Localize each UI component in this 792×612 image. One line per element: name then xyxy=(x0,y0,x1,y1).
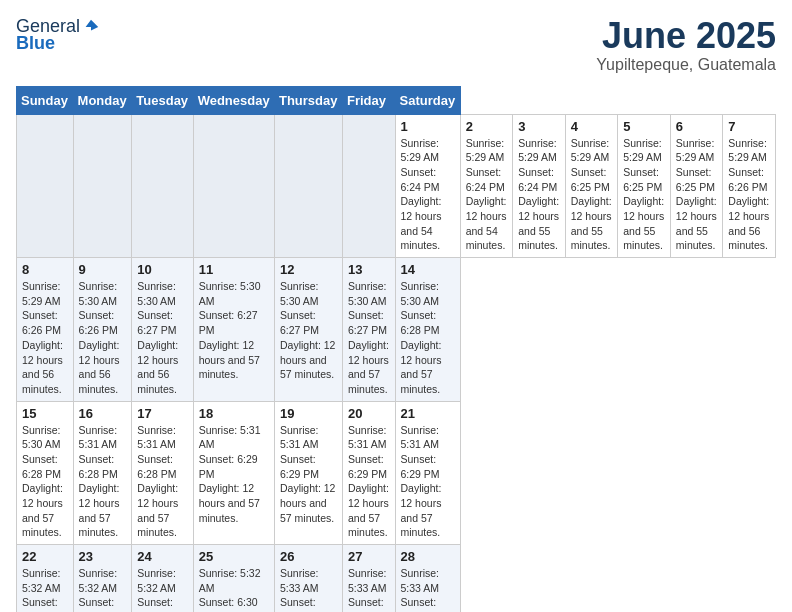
day-info: Sunrise: 5:30 AMSunset: 6:27 PMDaylight:… xyxy=(137,279,187,397)
day-info: Sunrise: 5:29 AMSunset: 6:25 PMDaylight:… xyxy=(623,136,665,254)
calendar-cell: 14Sunrise: 5:30 AMSunset: 6:28 PMDayligh… xyxy=(395,258,460,402)
calendar-cell xyxy=(342,114,395,258)
calendar-header-wednesday: Wednesday xyxy=(193,86,274,114)
day-info: Sunrise: 5:33 AMSunset: 6:31 PMDaylight:… xyxy=(348,566,390,612)
calendar-cell xyxy=(17,114,74,258)
calendar-header-row: SundayMondayTuesdayWednesdayThursdayFrid… xyxy=(17,86,776,114)
calendar-cell: 8Sunrise: 5:29 AMSunset: 6:26 PMDaylight… xyxy=(17,258,74,402)
calendar-header-sunday: Sunday xyxy=(17,86,74,114)
day-number: 7 xyxy=(728,119,770,134)
calendar-cell: 2Sunrise: 5:29 AMSunset: 6:24 PMDaylight… xyxy=(460,114,513,258)
day-info: Sunrise: 5:31 AMSunset: 6:29 PMDaylight:… xyxy=(280,423,337,526)
day-number: 13 xyxy=(348,262,390,277)
day-info: Sunrise: 5:33 AMSunset: 6:31 PMDaylight:… xyxy=(401,566,455,612)
day-info: Sunrise: 5:30 AMSunset: 6:26 PMDaylight:… xyxy=(79,279,127,397)
day-info: Sunrise: 5:31 AMSunset: 6:29 PMDaylight:… xyxy=(401,423,455,541)
calendar-header-monday: Monday xyxy=(73,86,132,114)
day-number: 2 xyxy=(466,119,508,134)
calendar-table: SundayMondayTuesdayWednesdayThursdayFrid… xyxy=(16,86,776,612)
calendar-cell xyxy=(132,114,193,258)
day-info: Sunrise: 5:29 AMSunset: 6:26 PMDaylight:… xyxy=(22,279,68,397)
day-info: Sunrise: 5:30 AMSunset: 6:28 PMDaylight:… xyxy=(401,279,455,397)
calendar-week-row: 22Sunrise: 5:32 AMSunset: 6:30 PMDayligh… xyxy=(17,545,776,612)
day-number: 9 xyxy=(79,262,127,277)
day-number: 17 xyxy=(137,406,187,421)
day-info: Sunrise: 5:30 AMSunset: 6:27 PMDaylight:… xyxy=(348,279,390,397)
day-number: 3 xyxy=(518,119,560,134)
day-number: 10 xyxy=(137,262,187,277)
calendar-cell: 9Sunrise: 5:30 AMSunset: 6:26 PMDaylight… xyxy=(73,258,132,402)
calendar-cell xyxy=(274,114,342,258)
day-info: Sunrise: 5:32 AMSunset: 6:30 PMDaylight:… xyxy=(137,566,187,612)
day-number: 22 xyxy=(22,549,68,564)
calendar-cell: 12Sunrise: 5:30 AMSunset: 6:27 PMDayligh… xyxy=(274,258,342,402)
calendar-cell: 23Sunrise: 5:32 AMSunset: 6:30 PMDayligh… xyxy=(73,545,132,612)
calendar-cell: 10Sunrise: 5:30 AMSunset: 6:27 PMDayligh… xyxy=(132,258,193,402)
calendar-cell: 13Sunrise: 5:30 AMSunset: 6:27 PMDayligh… xyxy=(342,258,395,402)
day-info: Sunrise: 5:32 AMSunset: 6:30 PMDaylight:… xyxy=(199,566,269,612)
calendar-cell: 24Sunrise: 5:32 AMSunset: 6:30 PMDayligh… xyxy=(132,545,193,612)
day-info: Sunrise: 5:33 AMSunset: 6:30 PMDaylight:… xyxy=(280,566,337,612)
day-info: Sunrise: 5:31 AMSunset: 6:28 PMDaylight:… xyxy=(79,423,127,541)
calendar-cell: 26Sunrise: 5:33 AMSunset: 6:30 PMDayligh… xyxy=(274,545,342,612)
day-info: Sunrise: 5:31 AMSunset: 6:29 PMDaylight:… xyxy=(348,423,390,541)
calendar-cell: 1Sunrise: 5:29 AMSunset: 6:24 PMDaylight… xyxy=(395,114,460,258)
calendar-cell: 3Sunrise: 5:29 AMSunset: 6:24 PMDaylight… xyxy=(513,114,566,258)
calendar-cell: 27Sunrise: 5:33 AMSunset: 6:31 PMDayligh… xyxy=(342,545,395,612)
day-info: Sunrise: 5:32 AMSunset: 6:30 PMDaylight:… xyxy=(22,566,68,612)
calendar-header-friday: Friday xyxy=(342,86,395,114)
day-number: 16 xyxy=(79,406,127,421)
calendar-cell: 15Sunrise: 5:30 AMSunset: 6:28 PMDayligh… xyxy=(17,401,74,545)
logo-blue: Blue xyxy=(16,33,55,54)
calendar-header-thursday: Thursday xyxy=(274,86,342,114)
calendar-cell: 6Sunrise: 5:29 AMSunset: 6:25 PMDaylight… xyxy=(670,114,723,258)
day-info: Sunrise: 5:31 AMSunset: 6:28 PMDaylight:… xyxy=(137,423,187,541)
day-number: 6 xyxy=(676,119,718,134)
day-info: Sunrise: 5:30 AMSunset: 6:27 PMDaylight:… xyxy=(199,279,269,382)
calendar-cell: 4Sunrise: 5:29 AMSunset: 6:25 PMDaylight… xyxy=(565,114,618,258)
calendar-cell: 19Sunrise: 5:31 AMSunset: 6:29 PMDayligh… xyxy=(274,401,342,545)
day-number: 27 xyxy=(348,549,390,564)
day-number: 15 xyxy=(22,406,68,421)
month-title: June 2025 xyxy=(596,16,776,56)
day-number: 19 xyxy=(280,406,337,421)
day-info: Sunrise: 5:29 AMSunset: 6:26 PMDaylight:… xyxy=(728,136,770,254)
calendar-header-saturday: Saturday xyxy=(395,86,460,114)
day-number: 23 xyxy=(79,549,127,564)
day-number: 1 xyxy=(401,119,455,134)
calendar-week-row: 1Sunrise: 5:29 AMSunset: 6:24 PMDaylight… xyxy=(17,114,776,258)
calendar-cell: 16Sunrise: 5:31 AMSunset: 6:28 PMDayligh… xyxy=(73,401,132,545)
logo: General Blue xyxy=(16,16,102,54)
day-info: Sunrise: 5:32 AMSunset: 6:30 PMDaylight:… xyxy=(79,566,127,612)
day-number: 5 xyxy=(623,119,665,134)
page-header: General Blue June 2025 Yupiltepeque, Gua… xyxy=(16,16,776,74)
logo-icon xyxy=(82,18,100,36)
calendar-week-row: 15Sunrise: 5:30 AMSunset: 6:28 PMDayligh… xyxy=(17,401,776,545)
day-number: 24 xyxy=(137,549,187,564)
day-number: 14 xyxy=(401,262,455,277)
day-number: 18 xyxy=(199,406,269,421)
title-block: June 2025 Yupiltepeque, Guatemala xyxy=(596,16,776,74)
calendar-cell: 17Sunrise: 5:31 AMSunset: 6:28 PMDayligh… xyxy=(132,401,193,545)
day-number: 11 xyxy=(199,262,269,277)
day-number: 8 xyxy=(22,262,68,277)
calendar-cell: 22Sunrise: 5:32 AMSunset: 6:30 PMDayligh… xyxy=(17,545,74,612)
day-number: 20 xyxy=(348,406,390,421)
day-number: 25 xyxy=(199,549,269,564)
day-info: Sunrise: 5:29 AMSunset: 6:24 PMDaylight:… xyxy=(401,136,455,254)
calendar-cell: 25Sunrise: 5:32 AMSunset: 6:30 PMDayligh… xyxy=(193,545,274,612)
day-number: 26 xyxy=(280,549,337,564)
day-info: Sunrise: 5:29 AMSunset: 6:25 PMDaylight:… xyxy=(571,136,613,254)
calendar-cell: 5Sunrise: 5:29 AMSunset: 6:25 PMDaylight… xyxy=(618,114,671,258)
calendar-cell: 28Sunrise: 5:33 AMSunset: 6:31 PMDayligh… xyxy=(395,545,460,612)
calendar-cell: 21Sunrise: 5:31 AMSunset: 6:29 PMDayligh… xyxy=(395,401,460,545)
calendar-cell xyxy=(73,114,132,258)
location: Yupiltepeque, Guatemala xyxy=(596,56,776,74)
day-number: 21 xyxy=(401,406,455,421)
calendar-cell: 18Sunrise: 5:31 AMSunset: 6:29 PMDayligh… xyxy=(193,401,274,545)
calendar-cell xyxy=(193,114,274,258)
day-number: 12 xyxy=(280,262,337,277)
calendar-cell: 7Sunrise: 5:29 AMSunset: 6:26 PMDaylight… xyxy=(723,114,776,258)
calendar-week-row: 8Sunrise: 5:29 AMSunset: 6:26 PMDaylight… xyxy=(17,258,776,402)
day-info: Sunrise: 5:29 AMSunset: 6:24 PMDaylight:… xyxy=(466,136,508,254)
